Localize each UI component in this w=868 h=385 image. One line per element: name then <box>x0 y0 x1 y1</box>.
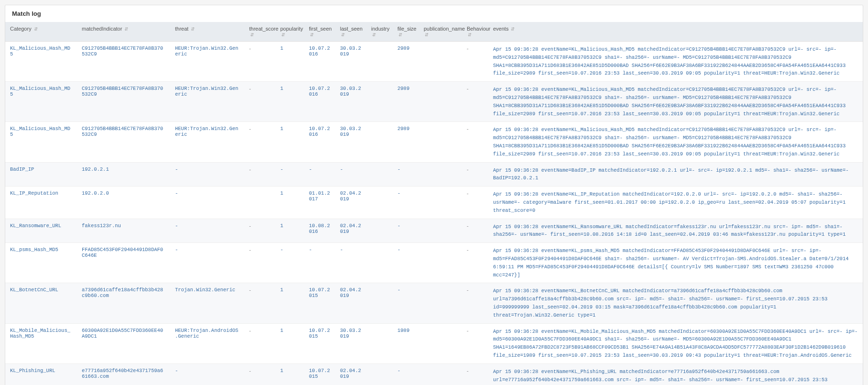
cell-threat_score: - <box>244 162 275 187</box>
cell-category[interactable]: KL_BotnetCnC_URL <box>5 283 77 323</box>
cell-threat[interactable]: HEUR:Trojan.AndroidOS.Generic <box>170 323 244 363</box>
cell-file_size: - <box>393 283 419 323</box>
cell-category[interactable]: KL_Ransomware_URL <box>5 219 77 243</box>
cell-file_size: - <box>393 219 419 243</box>
cell-first_seen: - <box>304 243 335 283</box>
cell-category[interactable]: KL_Malicious_Hash_MD5 <box>5 82 77 122</box>
cell-file_size: 2989 <box>393 42 419 82</box>
cell-matchedIndicator[interactable]: C912705B4BBB14EC7E78FA8B370532C9 <box>77 42 170 82</box>
cell-events[interactable]: Apr 15 09:36:28 eventName=KL_Ransomware_… <box>488 219 863 243</box>
column-label: threat <box>175 26 188 32</box>
sort-icon: ⇵ <box>310 32 314 37</box>
cell-threat[interactable]: - <box>170 162 244 187</box>
cell-category[interactable]: KL_psms_Hash_MD5 <box>5 243 77 283</box>
column-header-file_size[interactable]: file_size ⇵ <box>393 22 419 42</box>
column-header-threat[interactable]: threat ⇵ <box>170 22 244 42</box>
cell-popularity: 1 <box>275 283 304 323</box>
cell-threat_score: - <box>244 243 275 283</box>
column-header-category[interactable]: Category ⇵ <box>5 22 77 42</box>
cell-industry <box>366 363 393 385</box>
cell-matchedIndicator[interactable]: FFAD85C453F0F29404491D8DAF0C646E <box>77 243 170 283</box>
sort-icon: ⇵ <box>372 32 376 37</box>
cell-threat[interactable]: HEUR:Trojan.Win32.Generic <box>170 42 244 82</box>
cell-matchedIndicator[interactable]: a7396d61caffe18a4cffbb3b428c9b60.com <box>77 283 170 323</box>
cell-last_seen: 30.03.2019 <box>335 122 366 162</box>
cell-matchedIndicator[interactable]: 192.0.2.1 <box>77 162 170 187</box>
cell-threat_score <box>244 187 275 219</box>
cell-popularity: 1 <box>275 323 304 363</box>
column-label: Behaviour <box>467 26 491 32</box>
cell-threat[interactable]: Trojan.Win32.Generic <box>170 283 244 323</box>
cell-events[interactable]: Apr 15 09:36:28 eventName=BadIP_IP match… <box>488 162 863 187</box>
cell-category[interactable]: KL_Mobile_Malicious_Hash_MD5 <box>5 323 77 363</box>
column-header-threat_score[interactable]: threat_score ⇵ <box>244 22 275 42</box>
cell-category[interactable]: BadIP_IP <box>5 162 77 187</box>
cell-behaviour: - <box>462 283 488 323</box>
cell-category[interactable]: KL_Malicious_Hash_MD5 <box>5 122 77 162</box>
cell-events[interactable]: Apr 15 09:36:28 eventName=KL_IP_Reputati… <box>488 187 863 219</box>
sort-icon: ⇵ <box>398 32 402 37</box>
cell-events[interactable]: Apr 15 09:36:28 eventName=KL_Mobile_Mali… <box>488 323 863 363</box>
cell-matchedIndicator[interactable]: e77716a952f640b42e4371759a661663.com <box>77 363 170 385</box>
cell-events[interactable]: Apr 15 09:36:28 eventName=KL_Malicious_H… <box>488 82 863 122</box>
cell-publication_name <box>419 363 462 385</box>
panel-title: Match log <box>5 5 863 22</box>
cell-matchedIndicator[interactable]: C912705B4BBB14EC7E78FA8B370532C9 <box>77 82 170 122</box>
cell-threat[interactable]: - <box>170 187 244 219</box>
cell-category[interactable]: KL_Malicious_Hash_MD5 <box>5 42 77 82</box>
cell-popularity: 1 <box>275 219 304 243</box>
cell-file_size: - <box>393 243 419 283</box>
cell-matchedIndicator[interactable]: 192.0.2.0 <box>77 187 170 219</box>
cell-first_seen: 10.07.2016 <box>304 122 335 162</box>
cell-events[interactable]: Apr 15 09:36:28 eventName=KL_psms_Hash_M… <box>488 243 863 283</box>
cell-first_seen: 10.07.2016 <box>304 42 335 82</box>
column-label: threat_score <box>249 26 278 32</box>
table-row: KL_Malicious_Hash_MD5C912705B4BBB14EC7E7… <box>5 122 863 162</box>
table-row: KL_psms_Hash_MD5FFAD85C453F0F29404491D8D… <box>5 243 863 283</box>
sort-icon: ⇵ <box>124 26 128 32</box>
sort-icon: ⇵ <box>468 32 472 37</box>
cell-matchedIndicator[interactable]: fakess123r.nu <box>77 219 170 243</box>
cell-threat[interactable]: - <box>170 243 244 283</box>
cell-behaviour: - <box>462 82 488 122</box>
cell-threat[interactable]: HEUR:Trojan.Win32.Generic <box>170 82 244 122</box>
column-header-last_seen[interactable]: last_seen ⇵ <box>335 22 366 42</box>
cell-industry <box>366 219 393 243</box>
cell-category[interactable]: KL_IP_Reputation <box>5 187 77 219</box>
cell-events[interactable]: Apr 15 09:36:28 eventName=KL_Phishing_UR… <box>488 363 863 385</box>
cell-matchedIndicator[interactable]: C912705B4BBB14EC7E78FA8B370532C9 <box>77 122 170 162</box>
column-header-behaviour[interactable]: Behaviour ⇵ <box>462 22 488 42</box>
cell-publication_name <box>419 323 462 363</box>
sort-icon: ⇵ <box>511 26 515 32</box>
cell-category[interactable]: KL_Phishing_URL <box>5 363 77 385</box>
cell-threat[interactable]: - <box>170 363 244 385</box>
cell-last_seen: 02.04.2019 <box>335 363 366 385</box>
column-label: publication_name <box>424 26 465 32</box>
column-header-first_seen[interactable]: first_seen ⇵ <box>304 22 335 42</box>
column-header-industry[interactable]: industry ⇵ <box>366 22 393 42</box>
table-row: KL_IP_Reputation192.0.2.0-101.01.201702.… <box>5 187 863 219</box>
cell-popularity: 1 <box>275 187 304 219</box>
cell-threat[interactable]: - <box>170 219 244 243</box>
sort-icon: ⇵ <box>250 32 254 37</box>
cell-popularity: 1 <box>275 42 304 82</box>
cell-events[interactable]: Apr 15 09:36:28 eventName=KL_BotnetCnC_U… <box>488 283 863 323</box>
column-header-publication_name[interactable]: publication_name ⇵ <box>419 22 462 42</box>
cell-publication_name <box>419 283 462 323</box>
cell-behaviour: - <box>462 42 488 82</box>
cell-publication_name <box>419 243 462 283</box>
cell-behaviour: - <box>462 122 488 162</box>
cell-events[interactable]: Apr 15 09:36:28 eventName=KL_Malicious_H… <box>488 42 863 82</box>
cell-threat[interactable]: HEUR:Trojan.Win32.Generic <box>170 122 244 162</box>
cell-threat_score: - <box>244 42 275 82</box>
cell-matchedIndicator[interactable]: 60300A92E1D0A55C7FDD360EE40A9DC1 <box>77 323 170 363</box>
cell-publication_name <box>419 42 462 82</box>
column-header-popularity[interactable]: popularity ⇵ <box>275 22 304 42</box>
column-header-events[interactable]: events ⇵ <box>488 22 863 42</box>
column-header-matchedIndicator[interactable]: matchedIndicator ⇵ <box>77 22 170 42</box>
column-label: last_seen <box>340 26 363 32</box>
cell-behaviour: - <box>462 162 488 187</box>
table-row: BadIP_IP192.0.2.1-------Apr 15 09:36:28 … <box>5 162 863 187</box>
cell-events[interactable]: Apr 15 09:36:28 eventName=KL_Malicious_H… <box>488 122 863 162</box>
table-row: KL_Malicious_Hash_MD5C912705B4BBB14EC7E7… <box>5 82 863 122</box>
